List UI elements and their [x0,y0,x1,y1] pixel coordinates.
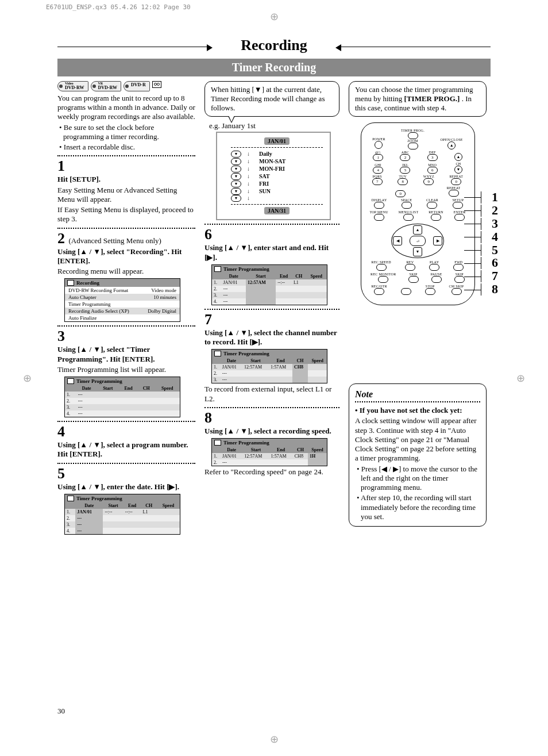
dpad-enter: ⏎ [410,236,426,246]
osd-timer-list-7: Timer Programming DateStartEndCHSpeed1.J… [211,349,327,383]
down-icon: ▼ [231,195,241,202]
keypad-button: 1 [373,154,383,161]
timer-icon [214,440,221,446]
column-right: You can choose the timer programming men… [349,81,487,536]
crop-mark-left: ⊕ [23,372,32,385]
down-icon: ▼ [231,151,241,158]
page: E6701UD_ENSP.qx3 05.4.26 12:02 Page 30 ⊕… [0,0,548,756]
down-icon: ▼ [231,158,241,165]
down-icon: ▼ [231,188,241,195]
zoom-button [408,143,418,149]
osd-row: DVD-RW Recording FormatVideo mode [65,287,180,294]
remote-callout: 5 [481,244,498,256]
table-row: 2.--- [212,459,327,466]
open-close-button: ▲ [447,141,456,149]
remote-callout: 7 [481,270,498,282]
timer-icon [214,351,221,356]
keypad-button: 9 [423,178,434,185]
separator [204,224,339,225]
step-2-number: 2 (Advanced Setting Menu only) [57,231,195,246]
keypad-button: 5 [400,167,410,174]
badge-dvd-r: DVD-R [124,81,150,91]
remote-button [431,276,442,283]
step-7-head: Using [▲ / ▼], select the channel number… [204,328,339,347]
cycle-row: ▼↓SUN [231,187,323,195]
remote-button [376,264,387,271]
step-3-body: Timer Programming list will appear. [57,365,195,374]
keypad-button: 6 [427,167,438,174]
step-1-number: 1 [57,159,195,174]
table-row: 3.--- [212,292,327,298]
step-8-body: Refer to "Recording speed" on page 24. [204,467,339,477]
step-7-number: 7 [204,312,339,327]
step-6-number: 6 [204,227,339,242]
print-header: E6701UD_ENSP.qx3 05.4.26 12:02 Page 30 [46,3,191,11]
remote-button [405,264,415,271]
dpad-right: ▶ [433,236,442,245]
keypad-button: 4 [373,167,383,174]
osd-row: Timer Programming [65,301,180,308]
down-icon: ▼ [231,173,241,180]
table-row: 1.JAN/0112:57AM--:--L1 [212,279,327,286]
date-cycle-diagram: JAN/01 ▼↓Daily▼↓MON-SAT▼↓MON-FRI▼↓SAT▼↓F… [216,132,331,220]
table-row: 3.--- [65,404,180,410]
osd-timer-list-5: Timer Programming DateStartEndCHSpeed1.J… [64,494,180,535]
remote-button [454,214,465,221]
remote-button [429,264,439,271]
step-4-number: 4 [57,424,195,439]
crop-mark-top: ⊕ [270,10,279,23]
step-3-head: Using [▲ / ▼], select "Timer Programming… [57,345,195,364]
step-8-number: 8 [204,410,339,425]
separator [57,155,195,156]
remote-button [402,202,412,209]
remote-button [454,276,465,283]
step-2-body: Recording menu will appear. [57,267,195,276]
cycle-row: ▼↓Daily [231,150,323,158]
keypad-button: 8 [398,178,408,185]
down-icon: ▼ [231,166,241,172]
disc-badges: VideoDVD-RW VRDVD-RW DVD-R [57,81,195,91]
osd-row: Auto Finalize [65,314,180,321]
remote-button [374,288,384,295]
remote-button [374,202,384,209]
table-row: 2.--- [65,515,180,521]
remote-diagram: POWER TIMER PROG. ZOOM OPEN/CLOSE▲ @!:1A… [349,122,487,305]
remote-button [378,276,388,283]
badge-dvd-rw-vr: VRDVD-RW [91,81,122,91]
section-subtitle: Timer Recording [57,59,491,76]
cycle-bottom: JAN/31 [264,207,290,214]
step-6-head: Using [▲ / ▼], enter start and end. Hit … [204,243,339,262]
power-button [375,141,383,149]
ch-button: ▼ [454,166,462,174]
note-title: Note [355,389,480,400]
column-left: VideoDVD-RW VRDVD-RW DVD-R You can progr… [57,81,195,536]
remote-button [425,288,435,295]
dpad-left: ◀ [393,236,402,245]
crop-mark-bottom: ⊕ [270,733,279,746]
keypad-button: 2 [400,154,410,161]
table-row: 2.--- [212,286,327,292]
separator [57,421,195,422]
step-3-number: 3 [57,329,195,344]
section-title: Recording [57,34,491,59]
column-middle: When hitting [▼] at the current date, Ti… [204,81,339,536]
remote-button [453,202,463,209]
down-icon: ▼ [231,181,241,187]
intro-bullet-1: • Be sure to set the clock before progra… [57,123,195,142]
cycle-row: ▼↓FRI [231,180,323,187]
table-row: 3.--- [65,521,180,528]
table-row: 2.--- [65,398,180,404]
intro-text: You can program the unit to record up to… [57,94,195,122]
osd-timer-list-3: Timer Programming DateStartEndCHSpeed1.-… [64,377,180,417]
keypad-button: 0 [451,178,461,185]
cycle-row: ▼↓MON-FRI [231,165,323,172]
osd-timer-list-8: Timer Programming DateStartEndCHSpeed1.J… [211,438,327,466]
osd-row: Recording Audio Select (XP)Dolby Digital [65,308,180,314]
dpad: ▲ ▼ ◀ ▶ ⏎ [391,224,444,258]
table-row: 3.--- [212,377,327,383]
page-number: 30 [57,707,65,716]
step-4-head: Using [▲ / ▼], select a program number. … [57,440,195,459]
step-5-number: 5 [57,466,195,481]
separator [204,407,339,408]
timer-prog-button [408,132,418,139]
